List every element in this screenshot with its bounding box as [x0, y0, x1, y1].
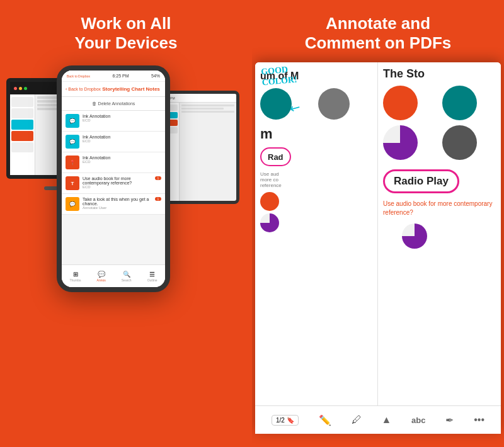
right-header-line1: Annotate and: [326, 14, 430, 33]
list-item[interactable]: 📍 Ink Annotation ECD: [62, 152, 165, 173]
tablet-main: [180, 103, 236, 201]
text-tool-label: abc: [411, 416, 425, 425]
phone-screen: Back to Dropbox 6:25 PM 54% ‹ Back to Dr…: [62, 71, 165, 287]
annotation-text-3: Ink Annotation ECD: [83, 156, 161, 164]
use-audio-right-area: Use audio book for more contemporary ref…: [383, 200, 496, 217]
annotation-icon-red: 📍: [66, 156, 79, 169]
phone-annotation-list: 💬 Ink Annotation ECD 💬 Ink Annotation: [62, 111, 165, 264]
left-header-line1: Work on All: [81, 14, 171, 33]
more-tools-button[interactable]: •••: [474, 414, 484, 426]
sidebar-item-mini-4: [11, 131, 33, 141]
phone-back-button[interactable]: ‹ Back to Dropbox: [66, 87, 101, 91]
delete-label: Delete Annotations: [98, 101, 135, 106]
good-color-annotation: GOODCOLOR!: [261, 64, 298, 88]
text-tool-button[interactable]: abc: [411, 416, 425, 425]
desktop-sidebar: [10, 94, 35, 175]
pdf-content: um of M GOODCOLOR! ↙ m Rad: [255, 62, 501, 405]
tab-thumbs[interactable]: ⊞ Thumbs: [70, 271, 81, 282]
left-header-line2: Your Devices: [75, 33, 178, 52]
monitor-dot-yellow: [19, 87, 22, 90]
annotation-text-2: Ink Annotation ECD: [83, 135, 161, 143]
phone-status-bar: Back to Dropbox 6:25 PM 54%: [62, 71, 165, 82]
list-item[interactable]: 💬 Take a look at this when you get a cha…: [62, 194, 165, 215]
more-icon: •••: [474, 414, 484, 426]
tab-annos[interactable]: 💬 Annos: [97, 271, 106, 282]
left-panel: Work on All Your Devices: [0, 0, 252, 447]
right-header: Annotate and Comment on PDFs: [292, 0, 464, 59]
phone-bottom-bar: ⊞ Thumbs 💬 Annos 🔍 Search ☰: [62, 264, 165, 287]
tab-search-label: Search: [122, 278, 132, 282]
use-audio-right-text: Use audio book for more contemporary ref…: [383, 200, 496, 217]
phone-back-mini: Back to Dropbox: [67, 74, 90, 78]
circle-orange-right: [383, 86, 418, 120]
circle-pie-right: [383, 125, 418, 160]
tablet-content-line-3: [181, 111, 234, 113]
radio-play-left-area: Rad: [260, 147, 372, 166]
circle-teal-right: [442, 86, 477, 120]
annotation-arrow-right: ↓: [378, 113, 379, 129]
monitor-dot-red: [14, 87, 17, 90]
pen-tool-button[interactable]: 🖊: [352, 414, 362, 426]
tablet-screen: 6:26 PM: [161, 94, 236, 201]
phone-delete-bar: 🗑 Delete Annotations: [62, 97, 165, 111]
right-panel: Annotate and Comment on PDFs um of M GOO…: [252, 0, 504, 447]
bookmark-icon: 🔖: [287, 417, 294, 424]
radio-play-right-label: Radio Play: [394, 175, 449, 187]
page-number-btn[interactable]: 1/2 🔖: [272, 415, 299, 426]
circle-teal-left: [260, 88, 292, 120]
highlight-icon: ▲: [381, 414, 391, 426]
list-item[interactable]: 💬 Ink Annotation ECD: [62, 111, 165, 132]
phone-mockup: Back to Dropbox 6:25 PM 54% ‹ Back to Dr…: [57, 65, 170, 292]
left-header: Work on All Your Devices: [62, 0, 190, 59]
phone-nav-bar: ‹ Back to Dropbox Storytelling Chart Not…: [62, 82, 165, 97]
pencil-icon: ✏️: [319, 414, 331, 426]
pdf-right-column: The Sto Radio Play: [378, 62, 501, 405]
pen-icon: 🖊: [352, 414, 362, 426]
radio-play-right-box: Radio Play: [383, 169, 459, 193]
annotation-title: Ink Annotation: [83, 114, 161, 118]
phone-time: 6:25 PM: [112, 74, 129, 78]
right-circles-grid: [383, 86, 496, 160]
sidebar-item-mini-1: [11, 97, 33, 107]
circle-dark-right: [442, 125, 477, 160]
annotation-text: Ink Annotation ECD: [83, 114, 161, 122]
circle-pie-bottom-right: [402, 224, 427, 249]
signature-icon: ✒: [445, 414, 454, 426]
pdf-toolbar: 1/2 🔖 ✏️ 🖊 ▲ abc: [255, 405, 501, 434]
monitor-dot-green: [24, 87, 27, 90]
sidebar-item-mini-2: [11, 108, 33, 118]
tab-thumbs-label: Thumbs: [70, 278, 81, 282]
tab-search[interactable]: 🔍 Search: [122, 271, 132, 282]
pdf-left-column: um of M GOODCOLOR! ↙ m Rad: [255, 62, 378, 405]
annotation-title-2: Ink Annotation: [83, 135, 161, 139]
list-item[interactable]: 💬 Ink Annotation ECD: [62, 132, 165, 152]
tab-outline[interactable]: ☰ Outline: [147, 271, 158, 282]
highlight-tool-button[interactable]: ▲: [381, 414, 391, 426]
tablet-content-line: [181, 105, 234, 106]
annotation-sub-2: ECD: [83, 139, 161, 143]
pdf-m-text: m: [260, 126, 372, 142]
annotation-title-5: Take a look at this when you get a chanc…: [83, 197, 152, 206]
annotation-title-4: Use audio book for more contemporary ref…: [83, 176, 152, 185]
circle-orange-left-bottom: [260, 192, 279, 211]
delete-icon: 🗑: [92, 101, 96, 106]
signature-tool-button[interactable]: ✒: [445, 414, 454, 426]
annotation-badge-4: 1: [155, 176, 161, 180]
tab-outline-label: Outline: [147, 278, 158, 282]
radio-play-left-box: Rad: [260, 147, 291, 166]
annotation-sub: ECD: [83, 118, 161, 122]
list-item[interactable]: T Use audio book for more contemporary r…: [62, 173, 165, 194]
annotation-text-5: Take a look at this when you get a chanc…: [83, 197, 152, 210]
devices-mockup: Back to Dropbox 6:25 PM 54% ‹ Back to Dr…: [6, 65, 246, 431]
pdf-title: The Sto: [383, 67, 496, 81]
annotation-sub-5: Annotate User: [83, 206, 152, 210]
annotation-sub-3: ECD: [83, 160, 161, 164]
annotation-badge-5: 1: [155, 197, 161, 201]
left-circles-grid: [260, 88, 372, 120]
pencil-tool-button[interactable]: ✏️: [319, 414, 331, 426]
tablet-bar: 6:26 PM: [161, 94, 236, 103]
tablet-content-line-2: [181, 108, 224, 110]
annotation-icon-teal: 💬: [66, 114, 79, 128]
radio-play-right-area: Radio Play: [383, 169, 496, 193]
circle-pie-left-bottom: [260, 213, 279, 232]
